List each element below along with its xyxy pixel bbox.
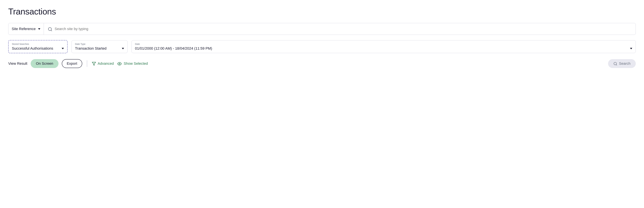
site-reference-label: Site Reference	[12, 27, 36, 31]
search-button-label: Search	[619, 61, 630, 66]
show-selected-label: Show Selected	[124, 61, 148, 66]
svg-line-5	[616, 65, 617, 65]
date-label: Date	[135, 43, 632, 45]
svg-line-1	[51, 30, 52, 31]
stored-searches-value: Successful Authorisations	[12, 46, 53, 51]
on-screen-button[interactable]: On Screen	[31, 59, 58, 68]
search-button-icon	[613, 61, 617, 66]
divider	[87, 60, 87, 67]
date-type-dropdown[interactable]: Date Type Transaction Started	[72, 40, 128, 53]
export-button[interactable]: Export	[62, 59, 82, 68]
search-bar: Site Reference	[8, 23, 636, 35]
show-selected-button[interactable]: Show Selected	[117, 61, 148, 66]
site-reference-dropdown[interactable]: Site Reference	[12, 23, 44, 35]
page-title: Transactions	[8, 6, 636, 16]
search-icon	[48, 26, 52, 31]
chevron-down-icon	[38, 28, 40, 30]
actions-row: View Result On Screen Export Advanced Sh…	[8, 59, 636, 68]
svg-point-3	[119, 63, 120, 64]
advanced-button[interactable]: Advanced	[92, 61, 114, 66]
date-chevron-icon	[630, 48, 632, 49]
date-value-row: 01/01/2000 (12:00 AM) - 18/04/2024 (11:5…	[135, 46, 632, 51]
search-input-area	[44, 26, 632, 31]
search-input[interactable]	[55, 27, 632, 31]
search-button[interactable]: Search	[608, 59, 636, 68]
stored-searches-dropdown[interactable]: Stored Searches Successful Authorisation…	[8, 40, 68, 53]
stored-searches-value-row: Successful Authorisations	[12, 46, 64, 51]
date-type-value-row: Transaction Started	[75, 46, 124, 51]
filter-icon	[92, 61, 96, 66]
advanced-label: Advanced	[98, 61, 114, 66]
filters-row: Stored Searches Successful Authorisation…	[8, 40, 636, 53]
stored-searches-chevron-icon	[62, 48, 64, 49]
view-result-label: View Result	[8, 61, 27, 66]
stored-searches-label: Stored Searches	[12, 43, 64, 45]
date-type-value: Transaction Started	[75, 46, 106, 51]
date-value: 01/01/2000 (12:00 AM) - 18/04/2024 (11:5…	[135, 46, 212, 51]
date-type-label: Date Type	[75, 43, 124, 45]
svg-marker-2	[92, 62, 96, 66]
date-dropdown[interactable]: Date 01/01/2000 (12:00 AM) - 18/04/2024 …	[132, 40, 636, 53]
date-type-chevron-icon	[122, 48, 124, 49]
eye-icon	[117, 61, 122, 66]
